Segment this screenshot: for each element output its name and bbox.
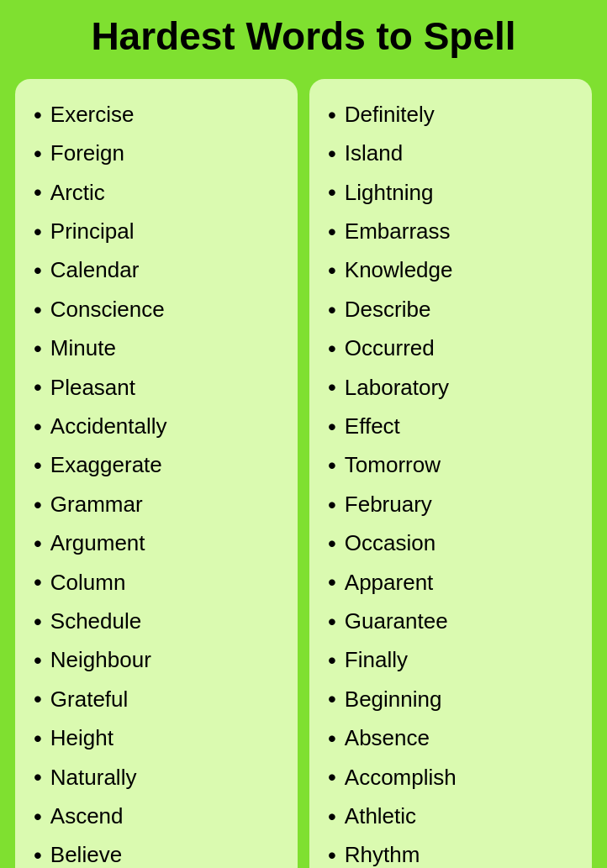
list-item: Athletic	[328, 797, 577, 836]
list-item: Grammar	[34, 486, 282, 524]
list-item: Beginning	[328, 680, 577, 718]
right-column: DefinitelyIslandLightningEmbarrassKnowle…	[309, 79, 592, 868]
list-item: Believe	[34, 836, 282, 868]
list-item: Effect	[328, 408, 577, 446]
list-item: Naturally	[34, 758, 282, 797]
page-title: Hardest Words to Spell	[17, 15, 590, 58]
list-item: Conscience	[34, 291, 282, 329]
list-item: Laboratory	[328, 368, 577, 407]
list-item: Apparent	[328, 563, 577, 602]
list-item: Accidentally	[34, 408, 282, 446]
list-item: Pleasant	[34, 368, 282, 407]
list-item: Height	[34, 719, 282, 758]
left-column: ExerciseForeignArcticPrincipalCalendarCo…	[15, 79, 298, 868]
list-item: Column	[34, 563, 282, 602]
list-item: Tomorrow	[328, 446, 577, 485]
list-item: Arctic	[34, 173, 282, 212]
list-item: Minute	[34, 329, 282, 368]
list-item: Foreign	[34, 134, 282, 173]
list-item: Exercise	[34, 96, 282, 134]
right-word-list: DefinitelyIslandLightningEmbarrassKnowle…	[328, 96, 577, 868]
list-item: Occasion	[328, 524, 577, 563]
list-item: Finally	[328, 641, 577, 680]
list-item: Lightning	[328, 173, 577, 212]
list-item: Occurred	[328, 329, 577, 368]
list-item: Definitely	[328, 96, 577, 134]
list-item: Knowledge	[328, 251, 577, 290]
list-item: Grateful	[34, 680, 282, 718]
list-item: Neighbour	[34, 641, 282, 680]
list-item: Schedule	[34, 602, 282, 641]
list-item: Describe	[328, 291, 577, 329]
list-item: Ascend	[34, 797, 282, 836]
list-item: Rhythm	[328, 836, 577, 868]
list-item: Accomplish	[328, 758, 577, 797]
list-item: Island	[328, 134, 577, 173]
list-item: Principal	[34, 213, 282, 251]
left-word-list: ExerciseForeignArcticPrincipalCalendarCo…	[34, 96, 282, 868]
list-item: Calendar	[34, 251, 282, 290]
list-item: February	[328, 486, 577, 524]
page-header: Hardest Words to Spell	[0, 0, 607, 71]
list-item: Exaggerate	[34, 446, 282, 485]
list-item: Guarantee	[328, 602, 577, 641]
list-item: Argument	[34, 524, 282, 563]
list-item: Embarrass	[328, 213, 577, 251]
content-area: ExerciseForeignArcticPrincipalCalendarCo…	[0, 71, 607, 868]
list-item: Absence	[328, 719, 577, 758]
